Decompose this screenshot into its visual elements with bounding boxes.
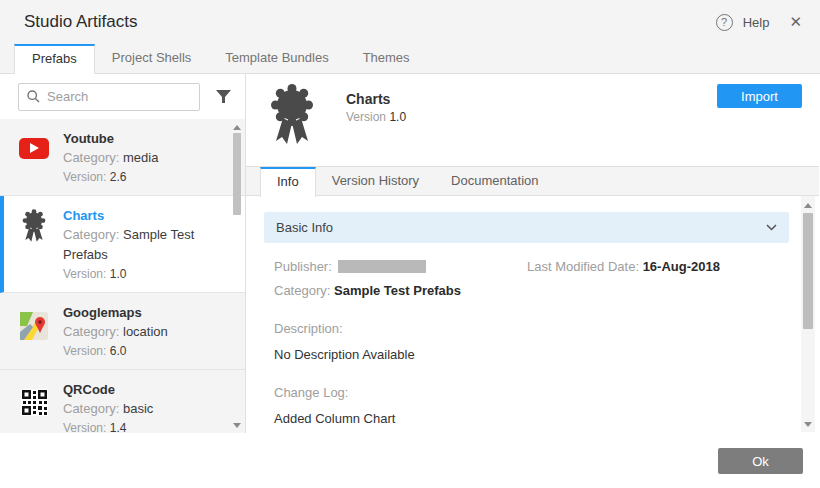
sidebar-scrollbar[interactable] — [231, 119, 243, 433]
description-value: No Description Available — [264, 347, 789, 362]
page-title: Studio Artifacts — [24, 12, 137, 32]
version-label: Version: — [63, 267, 106, 281]
list-item-qrcode[interactable]: QRCode Category: basic Version: 1.4 — [0, 370, 245, 433]
scroll-down-icon[interactable] — [802, 418, 814, 430]
content-scrollbar[interactable] — [801, 196, 815, 432]
studio-artifacts-dialog: Studio Artifacts ? Help ✕ Prefabs Projec… — [0, 0, 820, 488]
category-value: location — [123, 324, 168, 339]
category-label: Category: — [63, 324, 119, 339]
tab-prefabs[interactable]: Prefabs — [14, 44, 95, 75]
award-icon — [21, 209, 47, 243]
dialog-header: Studio Artifacts ? Help ✕ — [0, 0, 820, 44]
version-value: 6.0 — [110, 344, 127, 358]
detail-version-label: Version — [346, 110, 386, 124]
filter-icon[interactable] — [216, 90, 231, 104]
item-name: Googlemaps — [63, 302, 168, 322]
category-label: Category: — [274, 283, 330, 298]
qrcode-icon — [21, 389, 48, 416]
prefab-list: Youtube Category: media Version: 2.6 — [0, 119, 245, 433]
tab-documentation[interactable]: Documentation — [435, 167, 554, 196]
detail-tabbar: Info Version History Documentation — [246, 167, 819, 196]
scroll-thumb[interactable] — [803, 213, 813, 329]
version-label: Version: — [63, 421, 106, 433]
detail-title: Charts — [346, 91, 390, 107]
last-modified-label: Last Modified Date: — [527, 259, 639, 274]
help-link[interactable]: Help — [743, 15, 770, 30]
close-icon[interactable]: ✕ — [789, 13, 802, 31]
award-icon — [268, 84, 316, 146]
section-title: Basic Info — [276, 220, 333, 235]
detail-panel: Charts Version 1.0 Import Info Version H… — [246, 74, 819, 433]
category-value: basic — [123, 401, 153, 416]
version-value: 1.4 — [110, 421, 127, 433]
detail-version-value: 1.0 — [389, 110, 406, 124]
last-modified-value: 16-Aug-2018 — [643, 259, 720, 274]
category-label: Category: — [63, 227, 119, 242]
artifact-type-tabbar: Prefabs Project Shells Template Bundles … — [0, 44, 820, 74]
item-name: Charts — [63, 205, 219, 225]
item-name: Youtube — [63, 128, 158, 148]
import-button[interactable]: Import — [717, 84, 802, 108]
changelog-label: Change Log: — [264, 385, 789, 400]
tab-template-bundles[interactable]: Template Bundles — [208, 44, 345, 74]
version-label: Version: — [63, 170, 106, 184]
search-input[interactable] — [47, 89, 187, 104]
list-item-googlemaps[interactable]: Googlemaps Category: location Version: 6… — [0, 293, 245, 370]
sidebar: Youtube Category: media Version: 2.6 — [0, 74, 246, 433]
youtube-icon — [19, 138, 49, 159]
dialog-footer: Ok — [0, 433, 820, 488]
help-icon[interactable]: ? — [716, 14, 733, 31]
tab-themes[interactable]: Themes — [346, 44, 427, 74]
list-item-charts[interactable]: Charts Category: Sample Test Prefabs Ver… — [0, 196, 245, 293]
list-item-youtube[interactable]: Youtube Category: media Version: 2.6 — [0, 119, 245, 196]
publisher-label: Publisher: — [274, 259, 332, 274]
ok-button[interactable]: Ok — [718, 448, 803, 474]
scroll-up-icon[interactable] — [802, 199, 814, 211]
search-icon — [27, 90, 40, 103]
category-label: Category: — [63, 401, 119, 416]
item-name: QRCode — [63, 379, 153, 399]
version-value: 2.6 — [110, 170, 127, 184]
description-label: Description: — [264, 321, 789, 336]
chevron-down-icon — [766, 224, 777, 231]
basic-info-section-header[interactable]: Basic Info — [264, 212, 789, 243]
changelog-value: Added Column Chart — [264, 411, 789, 426]
category-label: Category: — [63, 150, 119, 165]
publisher-redacted-value — [338, 260, 426, 273]
search-box[interactable] — [18, 83, 200, 111]
scroll-down-icon[interactable] — [231, 419, 243, 431]
map-icon — [20, 312, 48, 340]
tab-info[interactable]: Info — [260, 167, 316, 197]
detail-header: Charts Version 1.0 Import — [246, 74, 819, 167]
scroll-thumb[interactable] — [233, 133, 241, 215]
scroll-up-icon[interactable] — [231, 121, 243, 133]
version-label: Version: — [63, 344, 106, 358]
tab-project-shells[interactable]: Project Shells — [95, 44, 208, 74]
info-tab-content: Basic Info Publisher: Last Modified Date… — [246, 196, 819, 432]
tab-version-history[interactable]: Version History — [316, 167, 435, 196]
category-value: media — [123, 150, 158, 165]
category-value: Sample Test Prefabs — [334, 283, 461, 298]
version-value: 1.0 — [110, 267, 127, 281]
